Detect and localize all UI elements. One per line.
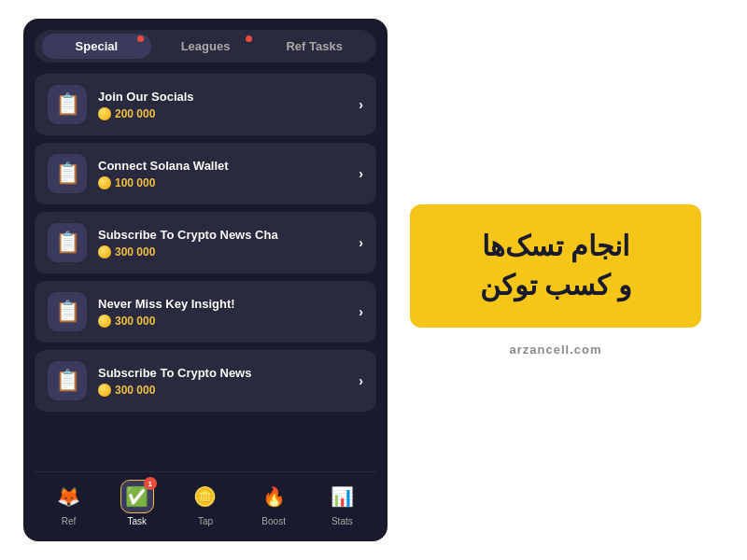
nav-label-task: Task (128, 516, 148, 526)
nav-item-stats[interactable]: 📊 Stats (325, 480, 359, 526)
coin-icon (98, 176, 111, 189)
main-container: Special Leagues Ref Tasks 📋 Join Our Soc… (23, 19, 724, 541)
task-item-subscribe-crypto-news[interactable]: 📋 Subscribe To Crypto News 300 000 › (35, 350, 376, 412)
task-reward-connect-wallet: 100 000 (98, 176, 347, 189)
task-title-subscribe-crypto-cha: Subscribe To Crypto News Cha (98, 228, 347, 242)
task-icon-connect-wallet: 📋 (48, 154, 87, 193)
task-info-subscribe-crypto-news: Subscribe To Crypto News 300 000 (98, 366, 347, 397)
task-icon-subscribe-crypto-news: 📋 (48, 361, 87, 400)
task-info-join-socials: Join Our Socials 200 000 (98, 90, 347, 120)
nav-item-task[interactable]: ✅ 1 Task (120, 480, 154, 526)
boost-icon: 🔥 (257, 480, 290, 513)
task-arrow-connect-wallet: › (359, 166, 363, 181)
task-info-subscribe-crypto-cha: Subscribe To Crypto News Cha 300 000 (98, 228, 347, 259)
tab-special[interactable]: Special (42, 34, 151, 59)
task-item-never-miss[interactable]: 📋 Never Miss Key Insight! 300 000 › (35, 281, 376, 343)
task-icon-join-socials: 📋 (48, 85, 87, 124)
task-reward-subscribe-crypto-news: 300 000 (98, 384, 347, 397)
tab-leagues-dot (246, 35, 252, 42)
task-title-connect-wallet: Connect Solana Wallet (98, 159, 347, 173)
task-icon-subscribe-crypto-cha: 📋 (48, 223, 87, 262)
task-list: 📋 Join Our Socials 200 000 › 📋 Connect S… (35, 74, 376, 464)
info-line2: و کسب توکن (436, 266, 675, 305)
tap-icon: 🪙 (189, 480, 222, 513)
task-item-subscribe-crypto-cha[interactable]: 📋 Subscribe To Crypto News Cha 300 000 › (35, 212, 376, 273)
yellow-box: انجام تسک‌ها و کسب توکن (410, 204, 701, 328)
task-title-never-miss: Never Miss Key Insight! (98, 297, 347, 311)
task-reward-subscribe-crypto-cha: 300 000 (98, 245, 347, 259)
stats-icon: 📊 (325, 480, 359, 513)
ref-icon: 🦊 (52, 480, 86, 513)
coin-icon (98, 315, 111, 328)
tabs-bar: Special Leagues Ref Tasks (35, 30, 376, 63)
nav-label-boost: Boost (261, 516, 286, 526)
coin-icon (98, 245, 111, 259)
screenshot-wrapper: Special Leagues Ref Tasks 📋 Join Our Soc… (0, 0, 747, 560)
task-item-connect-wallet[interactable]: 📋 Connect Solana Wallet 100 000 › (35, 143, 376, 204)
coin-icon (98, 384, 111, 397)
phone-panel: Special Leagues Ref Tasks 📋 Join Our Soc… (23, 19, 388, 541)
nav-label-tap: Tap (198, 516, 213, 526)
nav-label-ref: Ref (62, 516, 77, 526)
task-item-join-socials[interactable]: 📋 Join Our Socials 200 000 › (35, 74, 376, 135)
nav-item-tap[interactable]: 🪙 Tap (189, 480, 222, 526)
info-line1: انجام تسک‌ها (436, 227, 675, 266)
task-title-subscribe-crypto-news: Subscribe To Crypto News (98, 366, 347, 380)
task-arrow-subscribe-crypto-cha: › (359, 235, 363, 250)
task-info-connect-wallet: Connect Solana Wallet 100 000 (98, 159, 347, 189)
bottom-nav: 🦊 Ref ✅ 1 Task 🪙 Tap 🔥 Boost (35, 471, 376, 530)
nav-item-ref[interactable]: 🦊 Ref (52, 480, 86, 526)
watermark: arzancell.com (510, 343, 602, 357)
task-reward-never-miss: 300 000 (98, 315, 347, 328)
task-icon-nav: ✅ 1 (120, 480, 154, 513)
info-panel: انجام تسک‌ها و کسب توکن arzancell.com (388, 19, 724, 541)
nav-item-boost[interactable]: 🔥 Boost (257, 480, 290, 526)
task-title-join-socials: Join Our Socials (98, 90, 347, 104)
tab-special-dot (137, 35, 144, 42)
nav-label-stats: Stats (331, 516, 353, 526)
tab-ref-tasks[interactable]: Ref Tasks (260, 34, 369, 59)
task-arrow-subscribe-crypto-news: › (359, 373, 363, 388)
task-reward-join-socials: 200 000 (98, 107, 347, 120)
task-arrow-never-miss: › (359, 304, 363, 319)
tab-leagues[interactable]: Leagues (151, 34, 261, 59)
task-arrow-join-socials: › (359, 97, 363, 112)
coin-icon (98, 107, 111, 120)
task-icon-never-miss: 📋 (48, 292, 87, 331)
task-badge: 1 (144, 477, 157, 490)
task-info-never-miss: Never Miss Key Insight! 300 000 (98, 297, 347, 328)
